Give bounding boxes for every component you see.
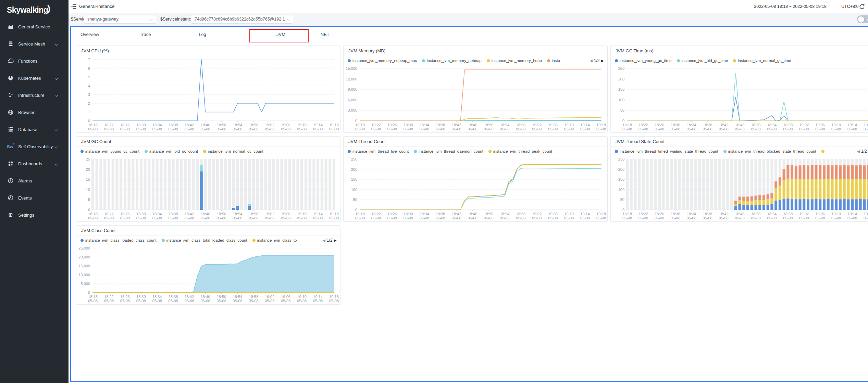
service-select-value: shenyu-gateway xyxy=(87,15,119,23)
svg-text:19:10: 19:10 xyxy=(297,295,307,299)
svg-text:18:38: 18:38 xyxy=(169,212,178,216)
service-select[interactable]: shenyu-gateway xyxy=(84,15,156,24)
legend-prev-icon[interactable]: ◀ xyxy=(322,238,325,243)
instance-select[interactable]: 74d96c778c694c6b9b6322c62d55b765@192.168 xyxy=(191,15,293,24)
svg-text:18:54: 18:54 xyxy=(767,212,777,216)
sidebar-item-browser[interactable]: Browser xyxy=(0,104,69,121)
svg-text:05-08: 05-08 xyxy=(185,216,194,220)
legend-item[interactable]: instance_jvm_thread_daemon_count xyxy=(414,149,483,153)
tab-overview[interactable]: Overview xyxy=(80,27,99,42)
sidebar-item-events[interactable]: Events xyxy=(0,189,69,206)
svg-text:19:10: 19:10 xyxy=(564,123,574,127)
time-range: 2022-05-08 18:18 ~ 2022-05-08 19:18 xyxy=(754,0,827,13)
top-header-bar: General-Instance 2022-05-08 18:18 ~ 2022… xyxy=(69,0,868,13)
legend-item[interactable]: instance_jvm_old_gc_time xyxy=(677,59,728,63)
sidebar-item-label: Functions xyxy=(18,59,37,64)
legend-prev-icon[interactable]: ◀ xyxy=(857,149,859,154)
svg-text:0: 0 xyxy=(355,208,357,212)
svg-text:18:22: 18:22 xyxy=(371,123,381,127)
sidebar-item-infrastructure[interactable]: Infrastructure xyxy=(0,87,69,104)
svg-text:100: 100 xyxy=(618,188,624,192)
tab-trace[interactable]: Trace xyxy=(140,27,151,42)
legend-item[interactable]: insta xyxy=(547,59,560,63)
sidebar-item-settings[interactable]: Settings xyxy=(0,206,69,224)
toggle-label: V xyxy=(866,15,868,23)
menu-fold-icon[interactable] xyxy=(71,4,77,9)
legend-item[interactable]: instance_jvm_young_gc_time xyxy=(615,59,672,63)
legend-item[interactable]: instance_jvm_class_total_loaded_class_co… xyxy=(162,238,247,242)
svg-text:4: 4 xyxy=(88,84,90,88)
view-toggle[interactable]: V xyxy=(857,15,868,23)
legend-item[interactable]: instance_jvm_young_gc_count xyxy=(80,149,139,153)
tab-dotnet[interactable]: .NET xyxy=(319,27,330,42)
svg-text:05-08: 05-08 xyxy=(420,127,429,131)
legend-item[interactable]: instance_jvm_thread_peak_count xyxy=(488,149,552,153)
server-icon xyxy=(8,126,14,132)
sidebar-item-general-service[interactable]: General Service xyxy=(0,18,69,35)
svg-text:05-08: 05-08 xyxy=(452,216,461,220)
svg-text:1: 1 xyxy=(88,110,90,114)
svg-text:05-08: 05-08 xyxy=(436,216,445,220)
svg-text:19:14: 19:14 xyxy=(847,123,857,127)
legend-item[interactable]: instance_jvm_normal_gc_count xyxy=(203,149,263,153)
legend-item[interactable]: instance_jvm_memory_noheap xyxy=(422,59,482,63)
legend-dot-icon xyxy=(615,59,618,62)
svg-text:18:22: 18:22 xyxy=(104,295,114,299)
svg-text:0: 0 xyxy=(88,119,90,123)
refresh-icon[interactable] xyxy=(859,4,865,10)
chart-title: JVM Thread State Count xyxy=(611,137,868,147)
legend-item[interactable]: instance_jvm_normal_gc_time xyxy=(733,59,791,63)
legend-next-icon[interactable]: ▶ xyxy=(601,59,604,63)
legend-item[interactable]: instance_jvm_thread_blocked_state_thread… xyxy=(723,149,816,153)
chevron-down-icon xyxy=(55,42,58,46)
svg-text:05-08: 05-08 xyxy=(799,216,809,220)
svg-text:150: 150 xyxy=(618,87,624,91)
legend-dot-icon xyxy=(80,239,84,242)
svg-text:50: 50 xyxy=(353,197,357,202)
sidebar-item-functions[interactable]: Functions xyxy=(0,52,69,69)
svg-text:05-08: 05-08 xyxy=(580,127,590,131)
legend-label: instance_jvm_normal_gc_time xyxy=(738,59,791,63)
legend-item[interactable]: instance_jvm_thread_live_count xyxy=(348,149,409,153)
svg-text:18:42: 18:42 xyxy=(185,123,194,127)
svg-text:05-08: 05-08 xyxy=(815,127,825,131)
svg-text:0: 0 xyxy=(88,291,90,295)
svg-text:19:02: 19:02 xyxy=(265,295,275,299)
svg-text:19:14: 19:14 xyxy=(580,212,590,216)
svg-text:150: 150 xyxy=(351,177,357,181)
svg-text:05-08: 05-08 xyxy=(596,216,606,220)
sidebar-item-dashboards[interactable]: Dashboards xyxy=(0,155,69,172)
sidebar-item-label: Self Observability xyxy=(18,144,53,149)
legend-item[interactable]: instance_jvm_thread_timed_waiting_state_… xyxy=(615,149,718,153)
tab-log[interactable]: Log xyxy=(199,27,206,42)
legend-item[interactable] xyxy=(821,150,826,153)
legend-item[interactable]: instance_jvm_memory_noheap_max xyxy=(348,59,417,63)
tab-jvm[interactable]: JVM xyxy=(276,27,285,42)
sidebar-item-database[interactable]: Database xyxy=(0,121,69,138)
svg-text:19:14: 19:14 xyxy=(847,212,857,216)
legend-prev-icon[interactable]: ◀ xyxy=(590,59,592,63)
svg-text:0: 0 xyxy=(355,119,357,123)
area-chart-icon xyxy=(8,24,14,30)
svg-text:18:50: 18:50 xyxy=(751,212,761,216)
legend-next-icon[interactable]: ▶ xyxy=(334,238,337,243)
legend-item[interactable]: instance_jvm_class_loaded_class_count xyxy=(80,238,157,242)
legend-item[interactable]: instance_jvm_old_gc_count xyxy=(145,149,198,153)
sidebar-item-kubernetes[interactable]: Kubernetes xyxy=(0,69,69,87)
svg-text:05-08: 05-08 xyxy=(596,127,606,131)
svg-text:18:46: 18:46 xyxy=(735,123,745,127)
legend-item[interactable]: instance_jvm_class_to xyxy=(252,238,297,242)
sidebar-item-alarms[interactable]: Alarms xyxy=(0,172,69,189)
svg-text:05-08: 05-08 xyxy=(580,216,590,220)
svg-text:18:50: 18:50 xyxy=(217,295,226,299)
svg-text:05-08: 05-08 xyxy=(847,127,857,131)
sidebar-item-service-mesh[interactable]: Service Mesh xyxy=(0,35,69,52)
chart-title: JVM Class Count xyxy=(76,226,340,236)
sidebar-item-self-observability[interactable]: Sw’ Self Observability xyxy=(0,138,69,155)
legend-item[interactable]: instance_jvm_memory_heap xyxy=(487,59,542,63)
svg-text:05-08: 05-08 xyxy=(468,127,477,131)
svg-text:05-08: 05-08 xyxy=(281,299,290,303)
clock-icon xyxy=(8,195,14,201)
svg-text:05-08: 05-08 xyxy=(420,216,429,220)
svg-text:18:42: 18:42 xyxy=(185,212,194,216)
